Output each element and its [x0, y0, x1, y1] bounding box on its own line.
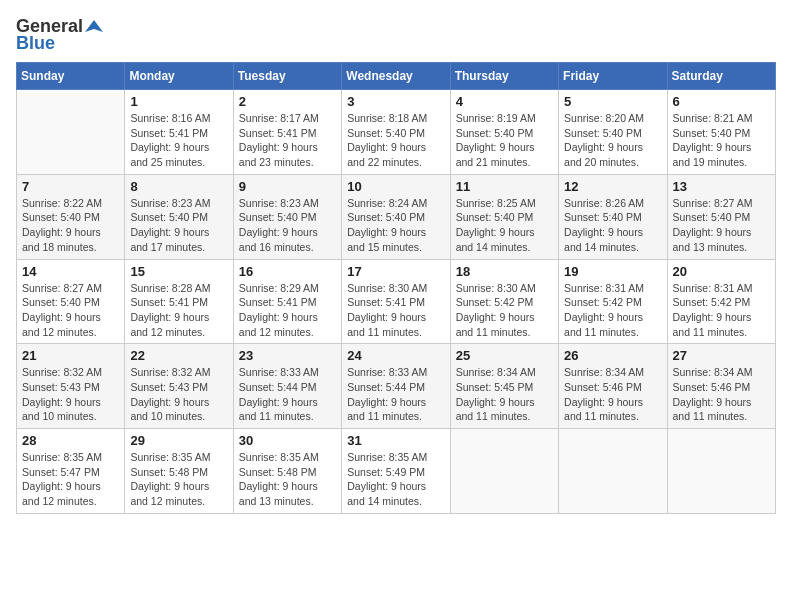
day-info: Sunrise: 8:19 AM Sunset: 5:40 PM Dayligh… — [456, 111, 553, 170]
calendar-day-cell — [667, 429, 775, 514]
day-info: Sunrise: 8:34 AM Sunset: 5:45 PM Dayligh… — [456, 365, 553, 424]
calendar-day-cell: 16Sunrise: 8:29 AM Sunset: 5:41 PM Dayli… — [233, 259, 341, 344]
calendar-day-cell: 25Sunrise: 8:34 AM Sunset: 5:45 PM Dayli… — [450, 344, 558, 429]
calendar-day-cell: 10Sunrise: 8:24 AM Sunset: 5:40 PM Dayli… — [342, 174, 450, 259]
calendar-week-row: 7Sunrise: 8:22 AM Sunset: 5:40 PM Daylig… — [17, 174, 776, 259]
calendar-day-cell: 4Sunrise: 8:19 AM Sunset: 5:40 PM Daylig… — [450, 90, 558, 175]
calendar-day-cell: 29Sunrise: 8:35 AM Sunset: 5:48 PM Dayli… — [125, 429, 233, 514]
day-info: Sunrise: 8:35 AM Sunset: 5:49 PM Dayligh… — [347, 450, 444, 509]
day-number: 28 — [22, 433, 119, 448]
calendar-day-cell: 14Sunrise: 8:27 AM Sunset: 5:40 PM Dayli… — [17, 259, 125, 344]
calendar-day-cell — [450, 429, 558, 514]
day-number: 10 — [347, 179, 444, 194]
weekday-header: Saturday — [667, 63, 775, 90]
day-number: 19 — [564, 264, 661, 279]
day-number: 27 — [673, 348, 770, 363]
calendar-day-cell: 8Sunrise: 8:23 AM Sunset: 5:40 PM Daylig… — [125, 174, 233, 259]
day-number: 6 — [673, 94, 770, 109]
header: General Blue — [16, 16, 776, 54]
calendar-day-cell: 3Sunrise: 8:18 AM Sunset: 5:40 PM Daylig… — [342, 90, 450, 175]
day-info: Sunrise: 8:34 AM Sunset: 5:46 PM Dayligh… — [564, 365, 661, 424]
day-info: Sunrise: 8:17 AM Sunset: 5:41 PM Dayligh… — [239, 111, 336, 170]
day-number: 7 — [22, 179, 119, 194]
weekday-header: Wednesday — [342, 63, 450, 90]
day-number: 24 — [347, 348, 444, 363]
day-number: 21 — [22, 348, 119, 363]
day-number: 29 — [130, 433, 227, 448]
calendar-day-cell: 7Sunrise: 8:22 AM Sunset: 5:40 PM Daylig… — [17, 174, 125, 259]
day-info: Sunrise: 8:35 AM Sunset: 5:48 PM Dayligh… — [239, 450, 336, 509]
day-info: Sunrise: 8:21 AM Sunset: 5:40 PM Dayligh… — [673, 111, 770, 170]
calendar-day-cell: 13Sunrise: 8:27 AM Sunset: 5:40 PM Dayli… — [667, 174, 775, 259]
weekday-header: Sunday — [17, 63, 125, 90]
day-number: 2 — [239, 94, 336, 109]
calendar-table: SundayMondayTuesdayWednesdayThursdayFrid… — [16, 62, 776, 514]
calendar-week-row: 28Sunrise: 8:35 AM Sunset: 5:47 PM Dayli… — [17, 429, 776, 514]
day-number: 23 — [239, 348, 336, 363]
day-info: Sunrise: 8:31 AM Sunset: 5:42 PM Dayligh… — [564, 281, 661, 340]
day-info: Sunrise: 8:34 AM Sunset: 5:46 PM Dayligh… — [673, 365, 770, 424]
day-number: 3 — [347, 94, 444, 109]
calendar-day-cell: 15Sunrise: 8:28 AM Sunset: 5:41 PM Dayli… — [125, 259, 233, 344]
calendar-day-cell: 2Sunrise: 8:17 AM Sunset: 5:41 PM Daylig… — [233, 90, 341, 175]
calendar-day-cell: 5Sunrise: 8:20 AM Sunset: 5:40 PM Daylig… — [559, 90, 667, 175]
day-info: Sunrise: 8:24 AM Sunset: 5:40 PM Dayligh… — [347, 196, 444, 255]
day-number: 26 — [564, 348, 661, 363]
day-info: Sunrise: 8:31 AM Sunset: 5:42 PM Dayligh… — [673, 281, 770, 340]
day-number: 18 — [456, 264, 553, 279]
day-info: Sunrise: 8:28 AM Sunset: 5:41 PM Dayligh… — [130, 281, 227, 340]
day-info: Sunrise: 8:32 AM Sunset: 5:43 PM Dayligh… — [22, 365, 119, 424]
day-number: 4 — [456, 94, 553, 109]
logo: General Blue — [16, 16, 103, 54]
calendar-day-cell: 22Sunrise: 8:32 AM Sunset: 5:43 PM Dayli… — [125, 344, 233, 429]
calendar-week-row: 14Sunrise: 8:27 AM Sunset: 5:40 PM Dayli… — [17, 259, 776, 344]
day-number: 12 — [564, 179, 661, 194]
calendar-body: 1Sunrise: 8:16 AM Sunset: 5:41 PM Daylig… — [17, 90, 776, 514]
day-number: 14 — [22, 264, 119, 279]
calendar-week-row: 1Sunrise: 8:16 AM Sunset: 5:41 PM Daylig… — [17, 90, 776, 175]
calendar-day-cell: 17Sunrise: 8:30 AM Sunset: 5:41 PM Dayli… — [342, 259, 450, 344]
day-info: Sunrise: 8:25 AM Sunset: 5:40 PM Dayligh… — [456, 196, 553, 255]
calendar-day-cell: 28Sunrise: 8:35 AM Sunset: 5:47 PM Dayli… — [17, 429, 125, 514]
calendar-day-cell: 12Sunrise: 8:26 AM Sunset: 5:40 PM Dayli… — [559, 174, 667, 259]
calendar-day-cell: 19Sunrise: 8:31 AM Sunset: 5:42 PM Dayli… — [559, 259, 667, 344]
day-info: Sunrise: 8:29 AM Sunset: 5:41 PM Dayligh… — [239, 281, 336, 340]
calendar-day-cell: 18Sunrise: 8:30 AM Sunset: 5:42 PM Dayli… — [450, 259, 558, 344]
day-number: 5 — [564, 94, 661, 109]
calendar-day-cell — [559, 429, 667, 514]
calendar-day-cell: 20Sunrise: 8:31 AM Sunset: 5:42 PM Dayli… — [667, 259, 775, 344]
day-info: Sunrise: 8:27 AM Sunset: 5:40 PM Dayligh… — [673, 196, 770, 255]
day-info: Sunrise: 8:30 AM Sunset: 5:41 PM Dayligh… — [347, 281, 444, 340]
day-number: 11 — [456, 179, 553, 194]
calendar-day-cell: 6Sunrise: 8:21 AM Sunset: 5:40 PM Daylig… — [667, 90, 775, 175]
calendar-header-row: SundayMondayTuesdayWednesdayThursdayFrid… — [17, 63, 776, 90]
day-number: 22 — [130, 348, 227, 363]
day-number: 1 — [130, 94, 227, 109]
day-number: 13 — [673, 179, 770, 194]
day-info: Sunrise: 8:23 AM Sunset: 5:40 PM Dayligh… — [130, 196, 227, 255]
day-info: Sunrise: 8:27 AM Sunset: 5:40 PM Dayligh… — [22, 281, 119, 340]
day-info: Sunrise: 8:22 AM Sunset: 5:40 PM Dayligh… — [22, 196, 119, 255]
calendar-day-cell: 26Sunrise: 8:34 AM Sunset: 5:46 PM Dayli… — [559, 344, 667, 429]
weekday-header: Monday — [125, 63, 233, 90]
weekday-header: Thursday — [450, 63, 558, 90]
day-number: 31 — [347, 433, 444, 448]
day-info: Sunrise: 8:16 AM Sunset: 5:41 PM Dayligh… — [130, 111, 227, 170]
day-number: 25 — [456, 348, 553, 363]
calendar-day-cell: 27Sunrise: 8:34 AM Sunset: 5:46 PM Dayli… — [667, 344, 775, 429]
day-info: Sunrise: 8:35 AM Sunset: 5:47 PM Dayligh… — [22, 450, 119, 509]
weekday-header: Friday — [559, 63, 667, 90]
day-info: Sunrise: 8:26 AM Sunset: 5:40 PM Dayligh… — [564, 196, 661, 255]
calendar-day-cell: 30Sunrise: 8:35 AM Sunset: 5:48 PM Dayli… — [233, 429, 341, 514]
day-info: Sunrise: 8:32 AM Sunset: 5:43 PM Dayligh… — [130, 365, 227, 424]
day-info: Sunrise: 8:18 AM Sunset: 5:40 PM Dayligh… — [347, 111, 444, 170]
day-info: Sunrise: 8:30 AM Sunset: 5:42 PM Dayligh… — [456, 281, 553, 340]
day-number: 15 — [130, 264, 227, 279]
calendar-day-cell: 23Sunrise: 8:33 AM Sunset: 5:44 PM Dayli… — [233, 344, 341, 429]
day-number: 17 — [347, 264, 444, 279]
calendar-week-row: 21Sunrise: 8:32 AM Sunset: 5:43 PM Dayli… — [17, 344, 776, 429]
day-info: Sunrise: 8:33 AM Sunset: 5:44 PM Dayligh… — [239, 365, 336, 424]
day-info: Sunrise: 8:20 AM Sunset: 5:40 PM Dayligh… — [564, 111, 661, 170]
calendar-day-cell: 24Sunrise: 8:33 AM Sunset: 5:44 PM Dayli… — [342, 344, 450, 429]
day-number: 16 — [239, 264, 336, 279]
